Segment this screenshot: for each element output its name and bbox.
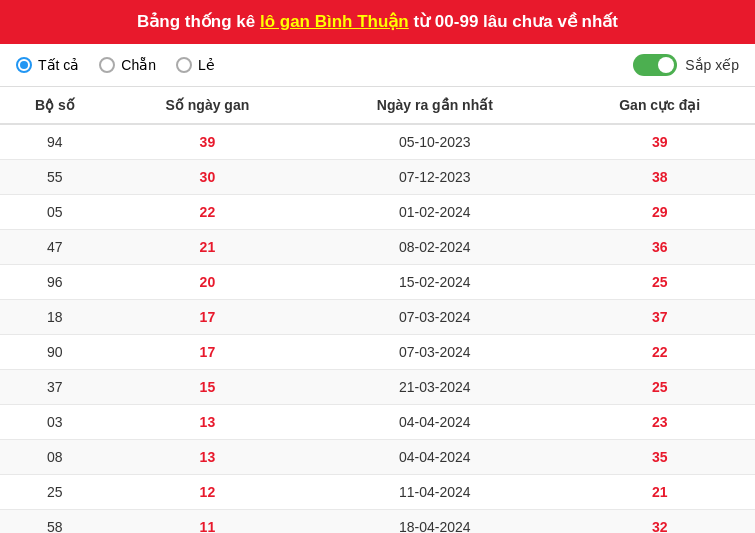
- cell-gancucdai: 37: [564, 299, 755, 334]
- cell-gancucdai: 22: [564, 334, 755, 369]
- filter-chan[interactable]: Chẵn: [99, 57, 156, 73]
- cell-gancucdai: 25: [564, 264, 755, 299]
- col-header-gancucdai: Gan cực đại: [564, 87, 755, 124]
- radio-chan[interactable]: [99, 57, 115, 73]
- table-row: 943905-10-202339: [0, 124, 755, 160]
- cell-songaygan: 13: [110, 439, 306, 474]
- cell-ngayragannhat: 04-04-2024: [305, 404, 564, 439]
- filter-le[interactable]: Lẻ: [176, 57, 215, 73]
- cell-gancucdai: 38: [564, 159, 755, 194]
- table-row: 251211-04-202421: [0, 474, 755, 509]
- cell-songaygan: 30: [110, 159, 306, 194]
- data-table: Bộ số Số ngày gan Ngày ra gần nhất Gan c…: [0, 87, 755, 533]
- table-row: 553007-12-202338: [0, 159, 755, 194]
- cell-gancucdai: 36: [564, 229, 755, 264]
- cell-boso: 25: [0, 474, 110, 509]
- cell-boso: 03: [0, 404, 110, 439]
- cell-ngayragannhat: 01-02-2024: [305, 194, 564, 229]
- col-header-ngayragannhat: Ngày ra gần nhất: [305, 87, 564, 124]
- cell-songaygan: 12: [110, 474, 306, 509]
- cell-ngayragannhat: 08-02-2024: [305, 229, 564, 264]
- table-row: 962015-02-202425: [0, 264, 755, 299]
- col-header-songaygan: Số ngày gan: [110, 87, 306, 124]
- cell-ngayragannhat: 07-03-2024: [305, 334, 564, 369]
- cell-gancucdai: 35: [564, 439, 755, 474]
- cell-ngayragannhat: 05-10-2023: [305, 124, 564, 160]
- cell-boso: 94: [0, 124, 110, 160]
- cell-songaygan: 22: [110, 194, 306, 229]
- sort-toggle-label: Sắp xếp: [685, 57, 739, 73]
- cell-gancucdai: 23: [564, 404, 755, 439]
- cell-ngayragannhat: 07-12-2023: [305, 159, 564, 194]
- data-table-container: Bộ số Số ngày gan Ngày ra gần nhất Gan c…: [0, 87, 755, 533]
- table-row: 371521-03-202425: [0, 369, 755, 404]
- cell-boso: 96: [0, 264, 110, 299]
- cell-songaygan: 17: [110, 299, 306, 334]
- title-highlight: lô gan Bình Thuận: [260, 12, 409, 31]
- table-row: 081304-04-202435: [0, 439, 755, 474]
- cell-songaygan: 20: [110, 264, 306, 299]
- cell-gancucdai: 39: [564, 124, 755, 160]
- table-body: 943905-10-202339553007-12-202338052201-0…: [0, 124, 755, 533]
- cell-gancucdai: 29: [564, 194, 755, 229]
- table-row: 052201-02-202429: [0, 194, 755, 229]
- cell-songaygan: 13: [110, 404, 306, 439]
- filter-tat-ca[interactable]: Tất cả: [16, 57, 79, 73]
- sort-toggle-container: Sắp xếp: [633, 54, 739, 76]
- table-header: Bộ số Số ngày gan Ngày ra gần nhất Gan c…: [0, 87, 755, 124]
- cell-boso: 58: [0, 509, 110, 533]
- cell-songaygan: 17: [110, 334, 306, 369]
- title-prefix: Bảng thống kê: [137, 12, 260, 31]
- page-title: Bảng thống kê lô gan Bình Thuận từ 00-99…: [16, 10, 739, 34]
- table-row: 472108-02-202436: [0, 229, 755, 264]
- title-suffix: từ 00-99 lâu chưa về nhất: [409, 12, 618, 31]
- col-header-boso: Bộ số: [0, 87, 110, 124]
- cell-boso: 47: [0, 229, 110, 264]
- table-row: 181707-03-202437: [0, 299, 755, 334]
- radio-le[interactable]: [176, 57, 192, 73]
- cell-boso: 18: [0, 299, 110, 334]
- cell-songaygan: 21: [110, 229, 306, 264]
- table-row: 901707-03-202422: [0, 334, 755, 369]
- cell-songaygan: 15: [110, 369, 306, 404]
- cell-boso: 05: [0, 194, 110, 229]
- filter-tat-ca-label: Tất cả: [38, 57, 79, 73]
- table-row: 581118-04-202432: [0, 509, 755, 533]
- cell-gancucdai: 25: [564, 369, 755, 404]
- radio-tat-ca[interactable]: [16, 57, 32, 73]
- filter-bar: Tất cả Chẵn Lẻ Sắp xếp: [0, 44, 755, 87]
- cell-ngayragannhat: 18-04-2024: [305, 509, 564, 533]
- cell-ngayragannhat: 15-02-2024: [305, 264, 564, 299]
- filter-options: Tất cả Chẵn Lẻ: [16, 57, 633, 73]
- table-row: 031304-04-202423: [0, 404, 755, 439]
- cell-ngayragannhat: 07-03-2024: [305, 299, 564, 334]
- sort-toggle-switch[interactable]: [633, 54, 677, 76]
- page-header: Bảng thống kê lô gan Bình Thuận từ 00-99…: [0, 0, 755, 44]
- cell-ngayragannhat: 11-04-2024: [305, 474, 564, 509]
- cell-ngayragannhat: 04-04-2024: [305, 439, 564, 474]
- cell-boso: 08: [0, 439, 110, 474]
- cell-ngayragannhat: 21-03-2024: [305, 369, 564, 404]
- filter-chan-label: Chẵn: [121, 57, 156, 73]
- cell-boso: 90: [0, 334, 110, 369]
- filter-le-label: Lẻ: [198, 57, 215, 73]
- cell-boso: 55: [0, 159, 110, 194]
- cell-songaygan: 39: [110, 124, 306, 160]
- cell-gancucdai: 21: [564, 474, 755, 509]
- cell-boso: 37: [0, 369, 110, 404]
- cell-songaygan: 11: [110, 509, 306, 533]
- cell-gancucdai: 32: [564, 509, 755, 533]
